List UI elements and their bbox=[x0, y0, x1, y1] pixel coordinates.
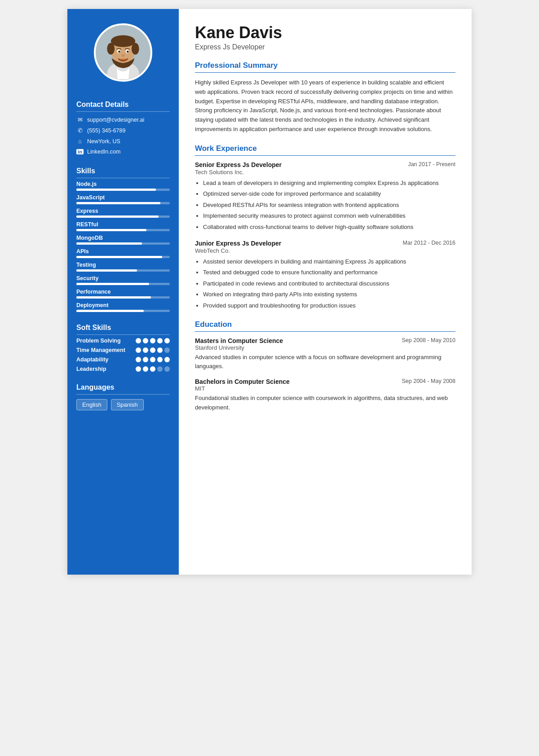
edu-desc: Foundational studies in computer science… bbox=[195, 394, 455, 412]
skill-bar-bg bbox=[76, 256, 170, 258]
dot bbox=[143, 357, 148, 362]
edu-header: Bachelors in Computer ScienceSep 2004 - … bbox=[195, 378, 455, 385]
dot bbox=[143, 366, 148, 372]
skill-item: Testing bbox=[76, 262, 170, 272]
education-list: Masters in Computer ScienceSep 2008 - Ma… bbox=[195, 337, 455, 412]
bullet-item: Provided support and troubleshooting for… bbox=[203, 301, 455, 310]
job-title: Senior Express Js Developer bbox=[195, 161, 282, 168]
contact-icon: ✆ bbox=[76, 127, 84, 134]
soft-skill-name: Problem Solving bbox=[76, 338, 136, 344]
bullet-item: Collaborated with cross-functional teams… bbox=[203, 222, 455, 232]
language-tag: Spanish bbox=[111, 399, 144, 410]
soft-skills-list: Problem SolvingTime ManagementAdaptabili… bbox=[76, 338, 170, 372]
skill-bar-fill bbox=[76, 296, 151, 299]
edu-school: MIT bbox=[195, 385, 455, 392]
job-title: Express Js Developer bbox=[195, 43, 455, 51]
edu-date: Sep 2004 - May 2008 bbox=[402, 378, 455, 384]
dot bbox=[136, 347, 141, 353]
dot bbox=[157, 357, 163, 362]
contact-list: ✉support@cvdesigner.ai✆(555) 345-6789⌂Ne… bbox=[76, 116, 170, 155]
skill-name: MongoDB bbox=[76, 235, 170, 241]
name: Kane Davis bbox=[195, 23, 455, 42]
skills-list: Node.jsJavaScriptExpressRESTfulMongoDBAP… bbox=[76, 181, 170, 312]
job-item: Senior Express Js DeveloperJan 2017 - Pr… bbox=[195, 161, 455, 232]
avatar bbox=[94, 23, 152, 82]
skill-bar-bg bbox=[76, 202, 170, 204]
edu-degree: Masters in Computer Science bbox=[195, 337, 283, 344]
language-tag: English bbox=[76, 399, 107, 410]
contact-icon: in bbox=[76, 149, 84, 154]
skill-name: Node.js bbox=[76, 181, 170, 187]
dot bbox=[136, 338, 141, 343]
dot bbox=[150, 347, 155, 353]
skill-item: Express bbox=[76, 208, 170, 218]
contact-text: support@cvdesigner.ai bbox=[87, 117, 144, 123]
dot bbox=[136, 366, 141, 372]
skill-bar-fill bbox=[76, 310, 144, 312]
sidebar: Contact Details ✉support@cvdesigner.ai✆(… bbox=[67, 9, 179, 575]
bullet-item: Implemented security measures to protect… bbox=[203, 211, 455, 220]
job-date: Mar 2012 - Dec 2016 bbox=[403, 240, 455, 246]
experience-title: Work Experience bbox=[195, 144, 455, 156]
summary-text: Highly skilled Express Js Developer with… bbox=[195, 78, 455, 134]
skill-name: Testing bbox=[76, 262, 170, 268]
bullet-item: Optimized server-side code for improved … bbox=[203, 189, 455, 198]
svg-point-8 bbox=[118, 51, 120, 53]
skill-name: JavaScript bbox=[76, 194, 170, 201]
skill-name: Express bbox=[76, 208, 170, 214]
edu-degree: Bachelors in Computer Science bbox=[195, 378, 290, 385]
bullet-item: Tested and debugged code to ensure funct… bbox=[203, 268, 455, 277]
dot bbox=[164, 338, 170, 343]
skill-bar-bg bbox=[76, 189, 170, 191]
soft-skill-dots bbox=[136, 357, 170, 362]
bullet-item: Participated in code reviews and contrib… bbox=[203, 279, 455, 288]
soft-skill-item: Time Management bbox=[76, 347, 170, 353]
skill-item: Deployment bbox=[76, 302, 170, 312]
contact-item: inLinkedIn.com bbox=[76, 149, 170, 155]
contact-icon: ✉ bbox=[76, 116, 84, 123]
soft-skills-section: Soft Skills Problem SolvingTime Manageme… bbox=[67, 324, 179, 375]
skill-bar-fill bbox=[76, 269, 137, 272]
dot bbox=[157, 338, 163, 343]
bullet-item: Assisted senior developers in building a… bbox=[203, 257, 455, 266]
job-company: Tech Solutions Inc. bbox=[195, 169, 455, 176]
job-title: Junior Express Js Developer bbox=[195, 240, 281, 247]
contact-text: LinkedIn.com bbox=[87, 149, 120, 155]
languages-list: EnglishSpanish bbox=[76, 399, 170, 410]
skill-item: Performance bbox=[76, 289, 170, 299]
dot bbox=[164, 347, 170, 353]
contact-icon: ⌂ bbox=[76, 138, 84, 145]
skills-title: Skills bbox=[76, 167, 170, 178]
skill-bar-fill bbox=[76, 189, 156, 191]
dot bbox=[136, 357, 141, 362]
skill-bar-bg bbox=[76, 215, 170, 218]
skill-name: Security bbox=[76, 275, 170, 281]
skills-section: Skills Node.jsJavaScriptExpressRESTfulMo… bbox=[67, 167, 179, 316]
contact-item: ✉support@cvdesigner.ai bbox=[76, 116, 170, 123]
soft-skill-name: Leadership bbox=[76, 366, 136, 372]
svg-point-5 bbox=[132, 43, 139, 54]
skill-item: RESTful bbox=[76, 221, 170, 231]
skill-bar-bg bbox=[76, 229, 170, 231]
education-title: Education bbox=[195, 320, 455, 332]
soft-skill-item: Problem Solving bbox=[76, 338, 170, 344]
skill-name: Deployment bbox=[76, 302, 170, 308]
dot bbox=[150, 366, 155, 372]
dot bbox=[143, 338, 148, 343]
soft-skill-name: Time Management bbox=[76, 347, 136, 353]
soft-skill-dots bbox=[136, 347, 170, 353]
job-date: Jan 2017 - Present bbox=[408, 161, 455, 167]
summary-section: Professional Summary Highly skilled Expr… bbox=[195, 61, 455, 134]
summary-title: Professional Summary bbox=[195, 61, 455, 73]
languages-section: Languages EnglishSpanish bbox=[67, 383, 179, 410]
job-header: Junior Express Js DeveloperMar 2012 - De… bbox=[195, 240, 455, 247]
svg-point-10 bbox=[121, 54, 125, 57]
skill-bar-fill bbox=[76, 215, 159, 218]
contact-section: Contact Details ✉support@cvdesigner.ai✆(… bbox=[67, 101, 179, 159]
skill-bar-bg bbox=[76, 269, 170, 272]
edu-school: Stanford University bbox=[195, 344, 455, 351]
jobs-list: Senior Express Js DeveloperJan 2017 - Pr… bbox=[195, 161, 455, 310]
job-bullets: Assisted senior developers in building a… bbox=[195, 257, 455, 310]
resume-container: Contact Details ✉support@cvdesigner.ai✆(… bbox=[67, 9, 472, 575]
skill-item: APIs bbox=[76, 248, 170, 258]
